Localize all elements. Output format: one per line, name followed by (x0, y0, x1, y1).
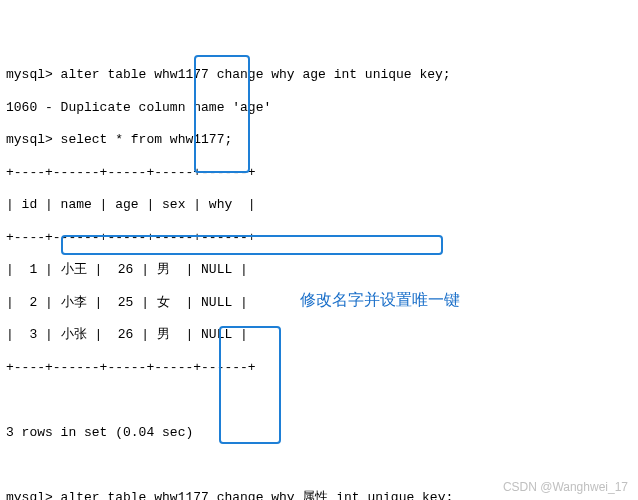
cmd-line-2: mysql> select * from whw1177; (6, 131, 632, 149)
table-border: +----+------+-----+-----+------+ (6, 164, 632, 182)
sql-command: alter table whw1177 change why age int u… (61, 67, 451, 82)
sql-command: select * from whw1177; (61, 132, 233, 147)
sql-command: alter table whw1177 change why 属性 int un… (61, 490, 454, 500)
cmd-line-1: mysql> alter table whw1177 change why ag… (6, 66, 632, 84)
table-border: +----+------+-----+-----+------+ (6, 229, 632, 247)
result-status: 3 rows in set (0.04 sec) (6, 424, 632, 442)
table-header: | id | name | age | sex | why | (6, 196, 632, 214)
watermark: CSDN @Wanghwei_17 (503, 480, 628, 494)
table-border: +----+------+-----+-----+------+ (6, 359, 632, 377)
error-line: 1060 - Duplicate column name 'age' (6, 99, 632, 117)
blank-line (6, 457, 632, 475)
annotation-text: 修改名字并设置唯一键 (300, 290, 460, 311)
blank-line (6, 391, 632, 409)
table-row: | 1 | 小王 | 26 | 男 | NULL | (6, 261, 632, 279)
prompt: mysql> (6, 67, 61, 82)
table-row: | 3 | 小张 | 26 | 男 | NULL | (6, 326, 632, 344)
prompt: mysql> (6, 132, 61, 147)
prompt: mysql> (6, 490, 61, 500)
